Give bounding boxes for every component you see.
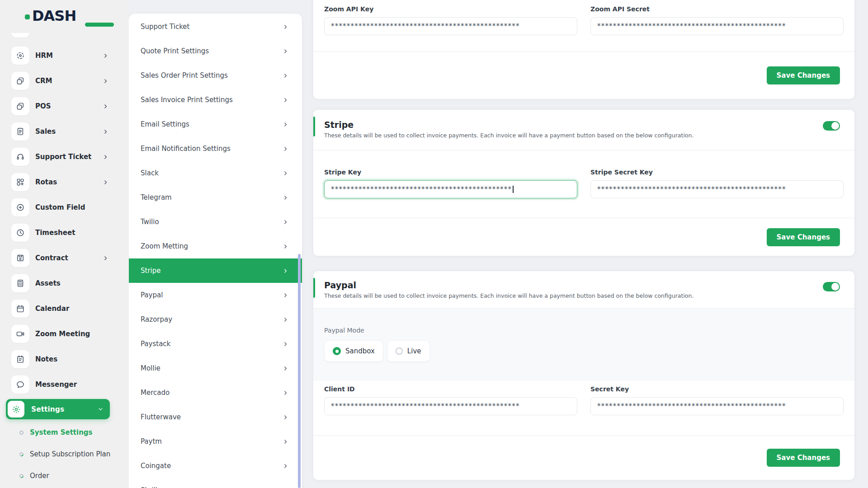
sidebar-item-rotas[interactable]: Rotas <box>11 173 108 191</box>
paypal-mode-live-option[interactable]: Live <box>387 340 430 362</box>
chevron-right-icon <box>103 78 108 84</box>
sidebar-item-timesheet[interactable]: Timesheet <box>11 224 108 242</box>
nav-item-label: Zoom Metting <box>141 242 188 250</box>
grid-plus-icon <box>11 173 29 191</box>
settings-nav-stripe[interactable]: Stripe <box>129 258 302 283</box>
sidebar-item-pos[interactable]: POS <box>11 97 108 115</box>
chevron-right-icon <box>283 48 288 54</box>
zoom-api-secret-input[interactable]: ****************************************… <box>590 17 844 35</box>
save-changes-button[interactable]: Save Changes <box>767 228 840 246</box>
sidebar-item-zoom-meeting[interactable]: Zoom Meeting <box>11 325 108 343</box>
chevron-right-icon <box>283 366 288 371</box>
settings-nav-skrill[interactable]: Skrill <box>129 478 302 488</box>
paypal-secret-key-input[interactable]: ****************************************… <box>590 397 844 415</box>
sidebar-item-contract[interactable]: Contract <box>11 249 108 267</box>
sidebar-subitem-setup-subscription-plan[interactable]: Setup Subscription Plan <box>19 449 110 460</box>
stripe-key-input[interactable]: ****************************************… <box>324 180 577 198</box>
settings-nav-slack[interactable]: Slack <box>129 161 302 185</box>
bullet-ring-icon <box>19 451 24 457</box>
zoom-api-key-input[interactable]: ****************************************… <box>324 17 577 35</box>
sidebar-item-notes[interactable]: Notes <box>11 350 108 368</box>
sidebar-item-label: POS <box>35 102 51 110</box>
card-description: These details will be used to collect in… <box>324 132 844 139</box>
paypal-client-id-input[interactable]: ****************************************… <box>324 397 577 415</box>
brand-logo[interactable]: DASH <box>25 7 76 24</box>
sidebar-item-sales[interactable]: Sales <box>11 122 108 141</box>
nav-item-label: Flutterwave <box>141 413 181 421</box>
stripe-enabled-toggle[interactable] <box>823 121 840 131</box>
chevron-down-icon <box>98 406 104 412</box>
settings-nav-flutterwave[interactable]: Flutterwave <box>129 405 302 429</box>
bullet-ring-icon <box>19 473 24 479</box>
chevron-right-icon <box>283 292 288 298</box>
sidebar-subitem-label: System Settings <box>30 428 93 436</box>
file-icon <box>11 122 29 141</box>
nav-item-label: Paystack <box>141 340 170 348</box>
sidebar-subitem-system-settings[interactable]: System Settings <box>19 427 93 438</box>
sidebar-item-label: Rotas <box>35 178 57 186</box>
settings-nav-twilio[interactable]: Twilio <box>129 210 302 234</box>
save-changes-button[interactable]: Save Changes <box>767 449 840 467</box>
settings-nav-paypal[interactable]: Paypal <box>129 283 302 307</box>
floppy-icon <box>11 249 29 267</box>
nav-item-label: Coingate <box>141 462 171 470</box>
stripe-secret-key-input[interactable]: ****************************************… <box>590 180 844 198</box>
settings-nav-sales-invoice-print-settings[interactable]: Sales Invoice Print Settings <box>129 88 302 112</box>
paypal-enabled-toggle[interactable] <box>823 282 840 291</box>
page: DASH HRM CRM POS Sales Support Ticket <box>0 0 868 488</box>
settings-nav-telegram[interactable]: Telegram <box>129 185 302 210</box>
chevron-right-icon <box>103 53 108 59</box>
chevron-right-icon <box>283 73 288 79</box>
field-label: Zoom API Key <box>324 5 577 14</box>
field-label: Stripe Secret Key <box>590 169 844 177</box>
sidebar-item-label: Assets <box>35 279 61 287</box>
chevron-right-icon <box>283 219 288 225</box>
settings-nav-support-ticket[interactable]: Support Ticket <box>129 14 302 39</box>
settings-nav-mollie[interactable]: Mollie <box>129 356 302 380</box>
paypal-mode-sandbox-option[interactable]: Sandbox <box>324 340 383 362</box>
settings-nav-razorpay[interactable]: Razorpay <box>129 307 302 332</box>
settings-nav-paytm[interactable]: Paytm <box>129 429 302 454</box>
sidebar-item-label: Sales <box>35 127 56 136</box>
sidebar-subitem-order[interactable]: Order <box>19 470 49 481</box>
sidebar-item-label: Timesheet <box>35 229 75 237</box>
settings-nav-mercado[interactable]: Mercado <box>129 380 302 405</box>
nav-item-label: Paytm <box>141 437 162 446</box>
sidebar-item-support-ticket[interactable]: Support Ticket <box>11 148 108 166</box>
sidebar-item-assets[interactable]: Assets <box>11 274 108 292</box>
settings-nav-quote-print-settings[interactable]: Quote Print Settings <box>129 39 302 63</box>
settings-nav-coingate[interactable]: Coingate <box>129 454 302 478</box>
settings-nav-email-settings[interactable]: Email Settings <box>129 112 302 136</box>
nav-item-label: Skrill <box>141 486 157 488</box>
nav-item-label: Email Settings <box>141 120 189 128</box>
sidebar-item-label: HRM <box>35 52 53 60</box>
chevron-right-icon <box>103 179 108 185</box>
sidebar-item-custom-field[interactable]: Custom Field <box>11 198 108 216</box>
save-changes-button[interactable]: Save Changes <box>767 66 840 84</box>
chevron-right-icon <box>283 244 288 249</box>
card-accent-bar <box>313 278 315 298</box>
field-label: Client ID <box>324 385 577 394</box>
settings-nav-email-notification-settings[interactable]: Email Notification Settings <box>129 136 302 161</box>
nav-item-label: Support Ticket <box>141 23 189 31</box>
headset-icon <box>11 148 29 166</box>
chevron-right-icon <box>103 154 108 160</box>
settings-nav-zoom-metting[interactable]: Zoom Metting <box>129 234 302 258</box>
sidebar-item-crm[interactable]: CRM <box>11 72 108 90</box>
panel-scrollbar-thumb[interactable] <box>298 254 301 488</box>
settings-nav-sales-order-print-settings[interactable]: Sales Order Print Settings <box>129 63 302 88</box>
sidebar-header: DASH <box>0 0 129 33</box>
sidebar-item-messenger[interactable]: Messenger <box>11 375 108 394</box>
nav-item-label: Mercado <box>141 389 170 397</box>
sidebar-item-settings[interactable]: Settings <box>6 399 110 419</box>
sidebar-item-hrm[interactable]: HRM <box>11 47 108 65</box>
sidebar-item-label: CRM <box>35 77 52 85</box>
chevron-right-icon <box>283 97 288 103</box>
sidebar-item-label: Zoom Meeting <box>35 330 90 338</box>
main-sidebar: DASH HRM CRM POS Sales Support Ticket <box>0 0 129 488</box>
copy-icon <box>11 72 29 90</box>
nav-item-label: Twilio <box>141 218 159 226</box>
stripe-settings-card: Stripe These details will be used to col… <box>313 110 854 256</box>
settings-nav-paystack[interactable]: Paystack <box>129 332 302 356</box>
sidebar-item-calendar[interactable]: Calendar <box>11 300 108 318</box>
